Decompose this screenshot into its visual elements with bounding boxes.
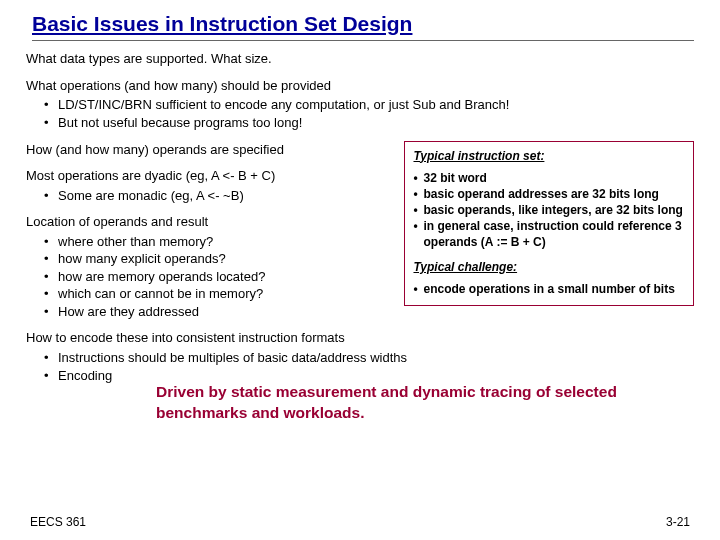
list-item-label: How are they addressed bbox=[58, 303, 199, 321]
list-item: •where other than memory? bbox=[44, 233, 394, 251]
list-item-label: where other than memory? bbox=[58, 233, 213, 251]
bullet-icon: • bbox=[413, 186, 423, 202]
list-item: •But not useful because programs too lon… bbox=[44, 114, 694, 132]
box-list-challenge: •encode operations in a small number of … bbox=[413, 281, 685, 297]
paragraph-operations-head: What operations (and how many) should be… bbox=[26, 77, 694, 95]
list-item-label: But not useful because programs too long… bbox=[58, 114, 302, 132]
bullet-icon: • bbox=[44, 349, 58, 367]
list-item-label: which can or cannot be in memory? bbox=[58, 285, 263, 303]
box-heading-typical-set: Typical instruction set: bbox=[413, 148, 685, 164]
list-item: •Some are monadic (eg, A <- ~B) bbox=[44, 187, 394, 205]
dyadic-list: •Some are monadic (eg, A <- ~B) bbox=[44, 187, 394, 205]
paragraph-datatypes: What data types are supported. What size… bbox=[26, 50, 694, 68]
paragraph-dyadic-head: Most operations are dyadic (eg, A <- B +… bbox=[26, 167, 394, 185]
bullet-icon: • bbox=[413, 281, 423, 297]
list-item: •in general case, instruction could refe… bbox=[413, 218, 685, 250]
location-list: •where other than memory? •how many expl… bbox=[44, 233, 394, 321]
bullet-icon: • bbox=[44, 285, 58, 303]
list-item-label: in general case, instruction could refer… bbox=[423, 218, 685, 250]
sidebar-box: Typical instruction set: •32 bit word •b… bbox=[404, 141, 694, 307]
slide-title: Basic Issues in Instruction Set Design bbox=[32, 10, 694, 41]
bullet-icon: • bbox=[44, 96, 58, 114]
bullet-icon: • bbox=[44, 367, 58, 385]
bullet-icon: • bbox=[44, 187, 58, 205]
list-item: •How are they addressed bbox=[44, 303, 394, 321]
bullet-icon: • bbox=[44, 233, 58, 251]
paragraph-encode-head: How to encode these into consistent inst… bbox=[26, 329, 694, 347]
list-item-label: Instructions should be multiples of basi… bbox=[58, 349, 407, 367]
list-item: •encode operations in a small number of … bbox=[413, 281, 685, 297]
footer-course: EECS 361 bbox=[30, 514, 86, 530]
bullet-icon: • bbox=[413, 202, 423, 218]
list-item: •how many explicit operands? bbox=[44, 250, 394, 268]
box-list-typical-set: •32 bit word •basic operand addresses ar… bbox=[413, 170, 685, 251]
list-item: •32 bit word bbox=[413, 170, 685, 186]
box-heading-challenge: Typical challenge: bbox=[413, 259, 685, 275]
paragraph-location-head: Location of operands and result bbox=[26, 213, 394, 231]
footer-page-number: 3-21 bbox=[666, 514, 690, 530]
list-item: •basic operand addresses are 32 bits lon… bbox=[413, 186, 685, 202]
list-item: •Instructions should be multiples of bas… bbox=[44, 349, 694, 367]
list-item-label: basic operands, like integers, are 32 bi… bbox=[423, 202, 682, 218]
list-item: •which can or cannot be in memory? bbox=[44, 285, 394, 303]
bullet-icon: • bbox=[44, 303, 58, 321]
bullet-icon: • bbox=[413, 170, 423, 186]
list-item-label: 32 bit word bbox=[423, 170, 486, 186]
list-item-label: encode operations in a small number of b… bbox=[423, 281, 674, 297]
list-item: •LD/ST/INC/BRN sufficient to encode any … bbox=[44, 96, 694, 114]
operations-list: •LD/ST/INC/BRN sufficient to encode any … bbox=[44, 96, 694, 131]
list-item-label: LD/ST/INC/BRN sufficient to encode any c… bbox=[58, 96, 509, 114]
paragraph-operands-specified: How (and how many) operands are specifie… bbox=[26, 141, 394, 159]
bullet-icon: • bbox=[413, 218, 423, 250]
list-item-label: Encoding bbox=[58, 367, 112, 385]
list-item-label: how many explicit operands? bbox=[58, 250, 226, 268]
list-item-label: basic operand addresses are 32 bits long bbox=[423, 186, 658, 202]
encode-list: •Instructions should be multiples of bas… bbox=[44, 349, 694, 384]
list-item-label: Some are monadic (eg, A <- ~B) bbox=[58, 187, 244, 205]
callout-driven: Driven by static measurement and dynamic… bbox=[156, 382, 634, 424]
list-item: •how are memory operands located? bbox=[44, 268, 394, 286]
bullet-icon: • bbox=[44, 114, 58, 132]
list-item: •basic operands, like integers, are 32 b… bbox=[413, 202, 685, 218]
list-item-label: how are memory operands located? bbox=[58, 268, 265, 286]
bullet-icon: • bbox=[44, 268, 58, 286]
bullet-icon: • bbox=[44, 250, 58, 268]
